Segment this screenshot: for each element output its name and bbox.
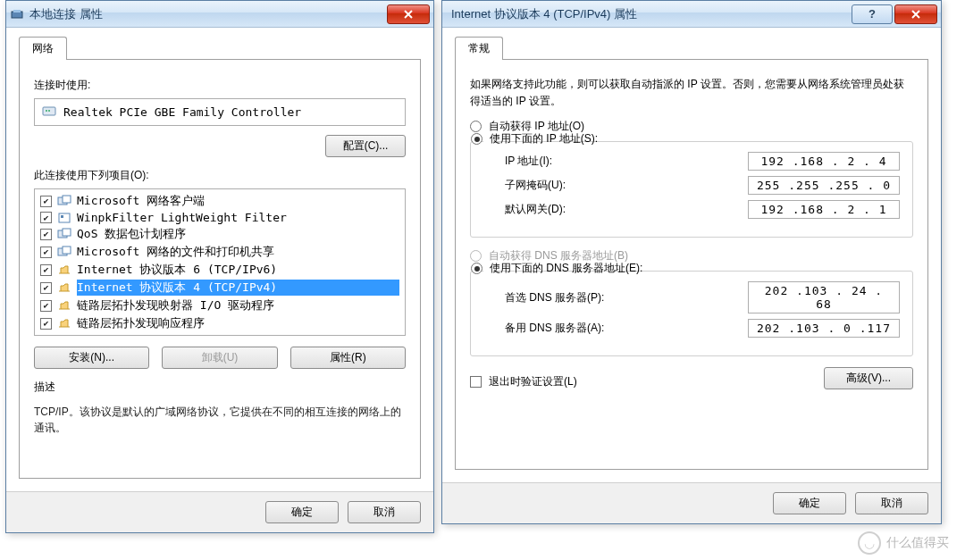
subnet-mask-input[interactable]: 255 .255 .255 . 0 (748, 176, 900, 195)
local-connection-properties-window: 本地连接 属性 网络 连接时使用: Realtek PCIe GBE Famil… (5, 0, 434, 533)
titlebar[interactable]: 本地连接 属性 (6, 1, 433, 28)
list-item[interactable]: ✔Internet 协议版本 4 (TCP/IPv4) (35, 279, 405, 297)
adapter-icon (42, 104, 56, 121)
info-text: 如果网络支持此功能，则可以获取自动指派的 IP 设置。否则，您需要从网络系统管理… (470, 76, 913, 110)
svg-rect-10 (63, 229, 71, 236)
protocol-icon (57, 212, 71, 224)
protocol-icon (57, 228, 71, 240)
validate-on-exit-label: 退出时验证设置(L) (489, 374, 577, 389)
svg-rect-0 (12, 12, 22, 18)
item-checkbox[interactable]: ✔ (40, 212, 52, 223)
ip-address-label: IP 地址(I): (505, 154, 748, 169)
connect-using-label: 连接时使用: (34, 78, 406, 93)
item-text: QoS 数据包计划程序 (77, 226, 399, 242)
protocol-icon (57, 317, 71, 330)
svg-point-3 (46, 110, 47, 112)
default-gateway-input[interactable]: 192 .168 . 2 . 1 (748, 200, 900, 219)
radio-manual-dns-label: 使用下面的 DNS 服务器地址(E): (490, 261, 642, 276)
close-button[interactable] (894, 4, 937, 24)
client-area: 网络 连接时使用: Realtek PCIe GBE Family Contro… (6, 28, 433, 491)
svg-rect-7 (59, 213, 70, 222)
protocol-icon (57, 263, 71, 276)
tab-network[interactable]: 网络 (19, 37, 67, 60)
item-checkbox[interactable]: ✔ (40, 264, 52, 276)
svg-rect-1 (13, 10, 21, 13)
item-checkbox[interactable]: ✔ (40, 282, 52, 294)
item-text: Internet 协议版本 4 (TCP/IPv4) (77, 280, 399, 296)
list-item[interactable]: ✔QoS 数据包计划程序 (35, 225, 405, 243)
watermark-text: 什么值得买 (886, 535, 949, 551)
item-text: 链路层拓扑发现映射器 I/O 驱动程序 (77, 297, 399, 313)
items-label: 此连接使用下列项目(O): (34, 168, 406, 183)
protocol-icon (57, 281, 71, 294)
ip-address-input[interactable]: 192 .168 . 2 . 4 (748, 152, 900, 171)
default-gateway-label: 默认网关(D): (505, 202, 748, 217)
list-item[interactable]: ✔Internet 协议版本 6 (TCP/IPv6) (35, 261, 405, 279)
help-button[interactable]: ? (852, 4, 893, 24)
item-text: Microsoft 网络客户端 (77, 193, 399, 209)
list-item[interactable]: ✔Microsoft 网络客户端 (35, 192, 405, 210)
item-checkbox[interactable]: ✔ (40, 196, 52, 207)
ip-group: . 使用下面的 IP 地址(S): IP 地址(I): 192 .168 . 2… (470, 141, 913, 238)
item-checkbox[interactable]: ✔ (40, 229, 52, 240)
item-text: Microsoft 网络的文件和打印机共享 (77, 244, 399, 260)
properties-button[interactable]: 属性(R) (290, 347, 406, 369)
protocol-icon (57, 246, 71, 258)
radio-manual-ip-label: 使用下面的 IP 地址(S): (490, 131, 598, 146)
ok-button[interactable]: 确定 (265, 501, 339, 523)
window-title: 本地连接 属性 (29, 6, 387, 22)
close-button[interactable] (387, 4, 430, 24)
item-checkbox[interactable]: ✔ (40, 247, 52, 258)
tab-general[interactable]: 常规 (455, 37, 503, 60)
install-button[interactable]: 安装(N)... (34, 347, 149, 369)
network-adapter-icon (10, 7, 24, 21)
adapter-name: Realtek PCIe GBE Family Controller (63, 105, 301, 119)
window-title: Internet 协议版本 4 (TCP/IPv4) 属性 (446, 6, 852, 22)
pref-dns-label: 首选 DNS 服务器(P): (505, 290, 748, 305)
configure-button[interactable]: 配置(C)... (325, 135, 406, 157)
subnet-mask-label: 子网掩码(U): (505, 178, 748, 193)
item-checkbox[interactable]: ✔ (40, 300, 52, 312)
protocol-icon (57, 195, 71, 207)
description-text: TCP/IP。该协议是默认的广域网络协议，它提供在不同的相互连接的网络上的通讯。 (34, 404, 406, 436)
list-item[interactable]: ✔WinpkFilter LightWeight Filter (35, 210, 405, 225)
svg-rect-8 (61, 215, 63, 218)
protocol-icon (57, 299, 71, 312)
advanced-button[interactable]: 高级(V)... (824, 367, 913, 389)
smile-icon: ◡ (858, 531, 881, 555)
alt-dns-label: 备用 DNS 服务器(A): (505, 321, 748, 336)
svg-point-4 (48, 110, 50, 112)
alt-dns-input[interactable]: 202 .103 . 0 .117 (748, 319, 900, 338)
dns-group: . 使用下面的 DNS 服务器地址(E): 首选 DNS 服务器(P): 202… (470, 271, 913, 356)
svg-rect-12 (63, 247, 71, 254)
description-label: 描述 (34, 380, 406, 395)
list-item[interactable]: ✔链路层拓扑发现映射器 I/O 驱动程序 (35, 297, 405, 314)
svg-rect-6 (63, 196, 71, 203)
ok-button[interactable]: 确定 (773, 492, 846, 514)
radio-manual-dns[interactable]: 使用下面的 DNS 服务器地址(E): (471, 261, 900, 276)
cancel-button[interactable]: 取消 (855, 492, 928, 514)
adapter-field: Realtek PCIe GBE Family Controller (34, 98, 406, 126)
watermark: ◡ 什么值得买 (858, 531, 949, 555)
item-checkbox[interactable]: ✔ (40, 318, 52, 330)
item-text: WinpkFilter LightWeight Filter (77, 211, 399, 224)
radio-manual-ip[interactable]: 使用下面的 IP 地址(S): (471, 131, 900, 146)
list-item[interactable]: ✔链路层拓扑发现响应程序 (35, 314, 405, 332)
pref-dns-input[interactable]: 202 .103 . 24 . 68 (748, 281, 900, 313)
ipv4-properties-window: Internet 协议版本 4 (TCP/IPv4) 属性 ? 常规 如果网络支… (441, 0, 942, 524)
cancel-button[interactable]: 取消 (348, 501, 421, 523)
item-text: 链路层拓扑发现响应程序 (77, 315, 399, 331)
uninstall-button[interactable]: 卸载(U) (162, 347, 277, 369)
validate-on-exit-checkbox[interactable] (470, 376, 482, 388)
list-item[interactable]: ✔Microsoft 网络的文件和打印机共享 (35, 243, 405, 261)
item-text: Internet 协议版本 6 (TCP/IPv6) (77, 262, 399, 278)
titlebar[interactable]: Internet 协议版本 4 (TCP/IPv4) 属性 ? (442, 1, 941, 28)
protocol-listbox[interactable]: ✔Microsoft 网络客户端✔WinpkFilter LightWeight… (34, 188, 406, 336)
